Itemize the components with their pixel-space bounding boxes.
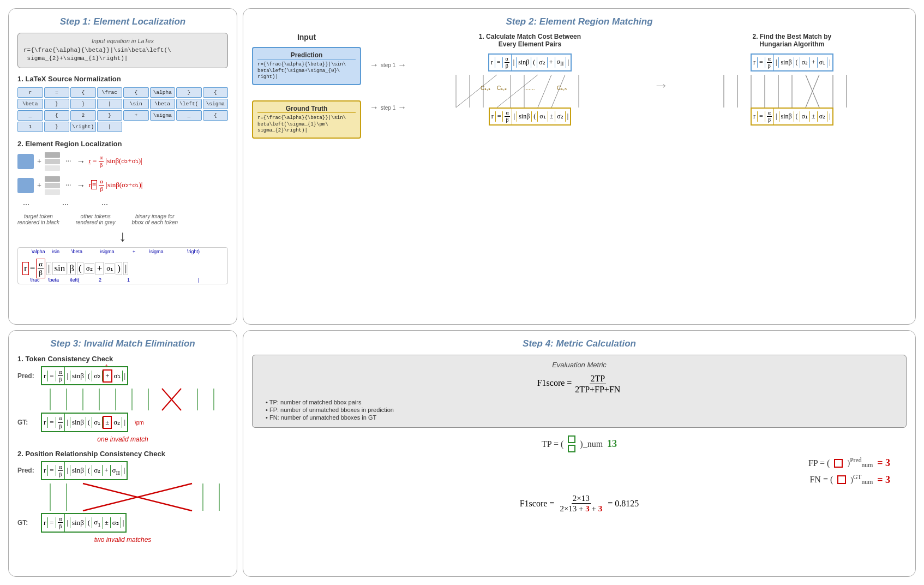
fp-row: FP = ( )Prednum = 3: [252, 457, 890, 469]
gsp-eq: =: [48, 517, 56, 528]
grey-box-2a: [45, 176, 60, 182]
psfr-frac: αβ: [765, 55, 774, 70]
ann-pipe: |: [198, 277, 199, 283]
psfr-r: r: [752, 57, 758, 68]
token-right: \right): [70, 122, 96, 132]
token-lb4: {: [44, 110, 70, 121]
dots-row: ··· ··· ···: [23, 200, 228, 210]
gsfr-sig2: σ₂: [818, 111, 827, 122]
f1-num: 2TP: [590, 373, 607, 384]
gsp-sig1: σ1: [92, 517, 103, 529]
ann-beta: \beta: [71, 249, 82, 254]
gt-row-1: GT: r = αβ | sinβ ( σ₁ ± σ₂ | \pm: [17, 413, 228, 432]
hungarian-lines-svg: [716, 75, 868, 108]
latex-input-label: Input equation in LaTex: [23, 38, 222, 44]
f1score-row: F1score = 2×13 2×13 + 3 + 3 = 0.8125: [252, 493, 907, 514]
psp-pipe2: |: [122, 465, 127, 476]
gsc-pipe1: |: [65, 417, 70, 428]
token-beta2: \beta: [150, 99, 176, 109]
formula-display-row: r = αβ | sin β ( σ₂ + σ₁ ) |: [22, 259, 223, 278]
gsfr-sig1: σ₁: [800, 111, 810, 122]
gsc-r: r: [42, 417, 48, 428]
token-pipe1: |: [97, 99, 123, 109]
step2-right-col: 2. Find the Best Match byHungarian Algor…: [677, 33, 907, 126]
stack-boxes-1: [45, 152, 60, 171]
psp-r: r: [42, 465, 48, 476]
token-frac: \frac: [97, 87, 123, 98]
psc-sin: sinβ: [70, 371, 86, 381]
token-r: r: [17, 87, 43, 98]
gsfr-eq: =: [758, 111, 765, 122]
section2-label: 2. Element Region Localization: [17, 140, 228, 148]
psc-frac: αβ: [56, 367, 65, 384]
psp-sin: sinβ: [70, 465, 86, 476]
gsfr-pipe1: |: [774, 111, 779, 122]
pred-seg-pos: r = αβ | sinβ ( σ₂ + σII |: [41, 461, 128, 480]
gsf-eq: =: [496, 111, 503, 122]
fp-super-label: )Prednum: [847, 457, 873, 469]
gsc-frac: αβ: [56, 414, 65, 431]
gsc-sig2: σ₂: [112, 417, 122, 428]
psfr-plus: +: [810, 57, 818, 68]
er-label-3: binary image forbbox of each token: [132, 213, 178, 225]
psfr-pipe2: |: [827, 57, 832, 68]
step1-title: Step 1: Element Localization: [17, 16, 228, 27]
psc-eq: =: [48, 371, 56, 381]
hungarian-label: 2. Find the Best Match byHungarian Algor…: [752, 33, 831, 48]
cost-label: 1. Calculate Match Cost BetweenEvery Ele…: [479, 33, 581, 48]
grey-box-1c: [45, 165, 60, 171]
formula-sigma1: σ₁: [105, 263, 115, 274]
tp-value: 13: [607, 438, 617, 450]
er-row-1: + ··· → r = αβ |sinβ(σ₂+σ₁)|: [17, 152, 228, 171]
token-alpha: \alpha: [150, 87, 176, 98]
gsf-pm: ±: [548, 111, 556, 122]
token-1: 1: [17, 122, 43, 132]
psf-r: r: [489, 57, 495, 68]
formula-sin: sin: [52, 262, 67, 275]
er-row-2: + ··· → r≡ αβ |sinβ(σ₂+σ₁)|: [17, 176, 228, 195]
gsf-sig1: σ₁: [538, 111, 548, 122]
psf-pipe2: |: [566, 57, 571, 68]
er-label-1: target tokenrendered in black: [17, 213, 59, 225]
psc-pipe1: |: [65, 371, 70, 381]
psf-eq: =: [495, 57, 503, 68]
formula-rparen: ): [116, 262, 122, 275]
gsf-r: r: [490, 111, 496, 122]
token-underscore2: _: [176, 110, 202, 121]
formula-eq: =: [30, 263, 35, 274]
fn-label: FN = (: [809, 475, 833, 485]
pred-label-2: Pred:: [17, 467, 37, 474]
step4-title: Step 4: Metric Calculation: [252, 338, 907, 349]
gsp-paren: (: [86, 517, 92, 528]
svg-text:C₁,ₙ: C₁,ₙ: [557, 85, 567, 91]
section1-label: 1. LaTeX Source Normalization: [17, 75, 228, 83]
er-labels-row: target tokenrendered in black other toke…: [17, 213, 228, 225]
step1-label-gt: step 1: [381, 105, 395, 111]
annotated-formula: \alpha \sin \beta \sigma + \sigma \right…: [17, 247, 228, 284]
pos-lines-container: [39, 483, 228, 513]
latex-input-box: Input equation in LaTex r={\frac{\alpha}…: [17, 33, 228, 68]
gsp-pipe2: |: [121, 517, 126, 528]
svg-line-3: [456, 75, 497, 108]
stack-boxes-2: [45, 176, 60, 195]
eval-bullet-fp: • FP: number of unmatched bboxes in pred…: [266, 407, 898, 413]
check-lines-svg: [39, 389, 230, 410]
element-region-section: + ··· → r = αβ |sinβ(σ₂+σ₁)| +: [17, 152, 228, 284]
gsc-pipe2: |: [122, 417, 127, 428]
step4-panel: Step 4: Metric Calculation Evaluation Me…: [243, 330, 916, 577]
gt-seg-formula: r = αβ | sinβ ( σ₁ ± σ₂ |: [489, 108, 571, 126]
pm-label: \pm: [135, 420, 144, 426]
gt-label-1: GT:: [17, 419, 37, 426]
gsfr-sin: sinβ: [779, 111, 794, 122]
arrow-2: →: [76, 181, 85, 190]
psfr-sig2: σ₂: [800, 57, 810, 68]
arrow-pred2: →: [398, 60, 406, 70]
token-pipe2: |: [97, 122, 123, 132]
token-rb2: }: [44, 99, 70, 109]
step3-panel: Step 3: Invalid Match Elimination 1. Tok…: [8, 330, 237, 577]
pred-row-1: Pred: r = αβ | sinβ ( σ₂ + + σ₁ |: [17, 366, 228, 385]
psc-pipe2: |: [123, 371, 128, 381]
step2-content: Input Prediction r={\frac{\alpha}{\beta}…: [252, 33, 907, 311]
gsfr-pm: ±: [810, 111, 818, 122]
f1score-num: 2×13: [572, 493, 591, 504]
